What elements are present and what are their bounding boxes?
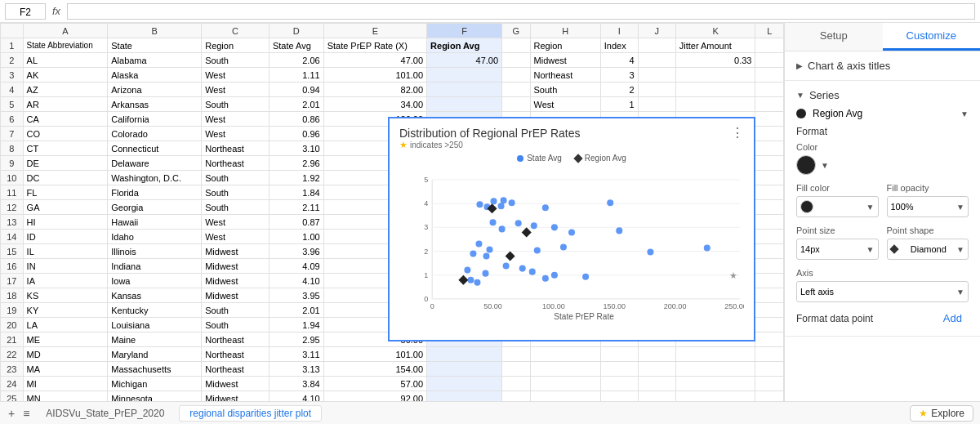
- cell-d-14[interactable]: 1.00: [269, 230, 323, 244]
- row-num-17[interactable]: 17: [1, 274, 24, 288]
- cell-a-2[interactable]: AL: [23, 53, 108, 68]
- cell-c-4[interactable]: West: [202, 83, 270, 97]
- cell-c-24[interactable]: Midwest: [202, 377, 270, 391]
- cell-b-23[interactable]: Massachusetts: [108, 362, 202, 377]
- cell-d-25[interactable]: 4.10: [269, 391, 323, 402]
- cell-a-20[interactable]: LA: [23, 318, 108, 333]
- row-num-20[interactable]: 20: [1, 318, 24, 333]
- cell-d-20[interactable]: 1.94: [269, 318, 323, 333]
- cell-c-21[interactable]: Northeast: [202, 333, 270, 347]
- cell-f-2[interactable]: 47.00: [427, 53, 502, 68]
- cell-reference[interactable]: F2: [5, 3, 46, 20]
- cell-a-21[interactable]: ME: [23, 333, 108, 347]
- row-num-14[interactable]: 14: [1, 230, 24, 244]
- cell-a-15[interactable]: IL: [23, 244, 108, 259]
- cell-j-3[interactable]: [638, 68, 675, 83]
- cell-b-21[interactable]: Maine: [108, 333, 202, 347]
- cell-b-18[interactable]: Kansas: [108, 288, 202, 303]
- cell-l-13[interactable]: [755, 215, 784, 230]
- cell-d-6[interactable]: 0.86: [269, 112, 323, 127]
- row-num-22[interactable]: 22: [1, 347, 24, 362]
- row-num-12[interactable]: 12: [1, 200, 24, 215]
- series-row[interactable]: Region Avg ▼: [796, 108, 969, 119]
- cell-l-16[interactable]: [755, 259, 784, 274]
- cell-c-15[interactable]: Midwest: [202, 244, 270, 259]
- col-header-i[interactable]: I: [600, 24, 638, 38]
- cell-l-10[interactable]: [755, 171, 784, 185]
- cell-h-23[interactable]: [530, 362, 600, 377]
- cell-c-9[interactable]: Northeast: [202, 156, 270, 171]
- cell-j-4[interactable]: [638, 83, 675, 97]
- cell-j-5[interactable]: [638, 97, 675, 112]
- row-num-15[interactable]: 15: [1, 244, 24, 259]
- cell-b-25[interactable]: Minnesota: [108, 391, 202, 402]
- cell-c-14[interactable]: West: [202, 230, 270, 244]
- cell-c-12[interactable]: South: [202, 200, 270, 215]
- cell-l-15[interactable]: [755, 244, 784, 259]
- cell-c-13[interactable]: West: [202, 215, 270, 230]
- cell-i-25[interactable]: [600, 391, 638, 402]
- cell-b-6[interactable]: California: [108, 112, 202, 127]
- cell-a-12[interactable]: GA: [23, 200, 108, 215]
- series-expand-icon[interactable]: ▼: [960, 109, 969, 118]
- cell-l-20[interactable]: [755, 318, 784, 333]
- cell-f-4[interactable]: [427, 83, 502, 97]
- cell-g-25[interactable]: [502, 391, 530, 402]
- cell-c-18[interactable]: Midwest: [202, 288, 270, 303]
- cell-l-3[interactable]: [755, 68, 784, 83]
- cell-i-24[interactable]: [600, 377, 638, 391]
- col-header-a[interactable]: A: [23, 24, 108, 38]
- cell-l-9[interactable]: [755, 156, 784, 171]
- cell-c-3[interactable]: West: [202, 68, 270, 83]
- cell-e-22[interactable]: 101.00: [323, 347, 426, 362]
- cell-j-23[interactable]: [638, 362, 675, 377]
- cell-b-7[interactable]: Colorado: [108, 127, 202, 141]
- cell-c-17[interactable]: Midwest: [202, 274, 270, 288]
- row-num-10[interactable]: 10: [1, 171, 24, 185]
- cell-a-24[interactable]: MI: [23, 377, 108, 391]
- point-size-select[interactable]: 14px ▼: [796, 239, 879, 260]
- cell-l-18[interactable]: [755, 288, 784, 303]
- cell-d-5[interactable]: 2.01: [269, 97, 323, 112]
- row-num-6[interactable]: 6: [1, 112, 24, 127]
- cell-g-5[interactable]: [502, 97, 530, 112]
- cell-d-7[interactable]: 0.96: [269, 127, 323, 141]
- cell-d-16[interactable]: 4.09: [269, 259, 323, 274]
- cell-a-8[interactable]: CT: [23, 141, 108, 156]
- cell-f-23[interactable]: [427, 362, 502, 377]
- cell-e-2[interactable]: 47.00: [323, 53, 426, 68]
- row-num-9[interactable]: 9: [1, 156, 24, 171]
- row-num-24[interactable]: 24: [1, 377, 24, 391]
- cell-i-4[interactable]: 2: [600, 83, 638, 97]
- color-caret-icon[interactable]: ▼: [821, 161, 829, 170]
- cell-k-23[interactable]: [675, 362, 755, 377]
- cell-f-24[interactable]: [427, 377, 502, 391]
- cell-a-25[interactable]: MN: [23, 391, 108, 402]
- row-num-18[interactable]: 18: [1, 288, 24, 303]
- row-num-23[interactable]: 23: [1, 362, 24, 377]
- row-num-8[interactable]: 8: [1, 141, 24, 156]
- sheet-tab-2[interactable]: regional disparities jitter plot: [179, 405, 322, 422]
- cell-f-22[interactable]: [427, 347, 502, 362]
- cell-a-16[interactable]: IN: [23, 259, 108, 274]
- cell-c-6[interactable]: West: [202, 112, 270, 127]
- cell-l-21[interactable]: [755, 333, 784, 347]
- col-header-b[interactable]: B: [108, 24, 202, 38]
- row-num-7[interactable]: 7: [1, 127, 24, 141]
- cell-f-3[interactable]: [427, 68, 502, 83]
- cell-d-2[interactable]: 2.06: [269, 53, 323, 68]
- chart-container[interactable]: Distribution of Regional PrEP Rates ★ in…: [388, 117, 755, 341]
- cell-d-15[interactable]: 3.96: [269, 244, 323, 259]
- cell-l-24[interactable]: [755, 377, 784, 391]
- cell-i-5[interactable]: 1: [600, 97, 638, 112]
- cell-g-23[interactable]: [502, 362, 530, 377]
- cell-a-4[interactable]: AZ: [23, 83, 108, 97]
- cell-g-2[interactable]: [502, 53, 530, 68]
- col-header-e[interactable]: E: [323, 24, 426, 38]
- cell-c-7[interactable]: West: [202, 127, 270, 141]
- row-num-16[interactable]: 16: [1, 259, 24, 274]
- col-header-f[interactable]: F: [427, 24, 502, 38]
- cell-l-19[interactable]: [755, 303, 784, 318]
- cell-a-14[interactable]: ID: [23, 230, 108, 244]
- cell-f-25[interactable]: [427, 391, 502, 402]
